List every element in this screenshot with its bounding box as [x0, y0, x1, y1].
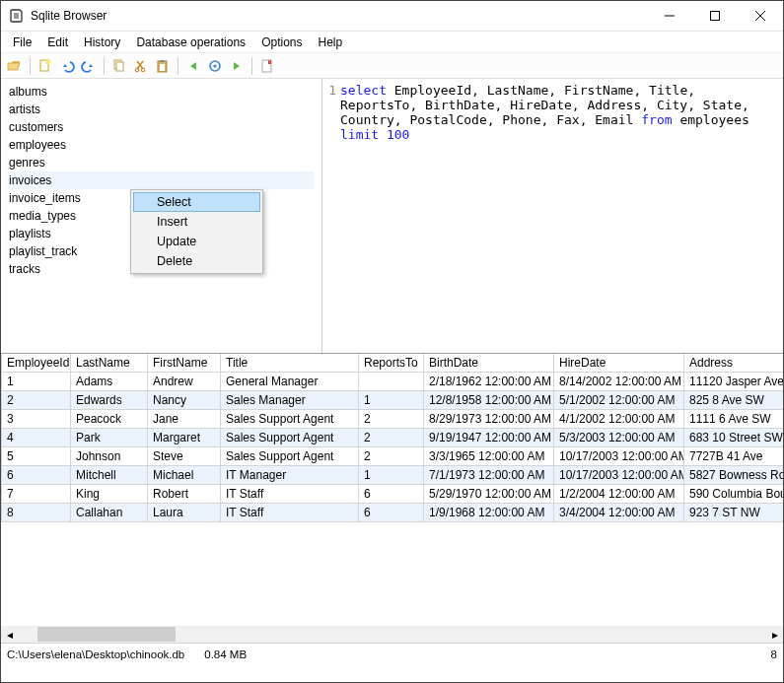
cell[interactable]: Andrew: [148, 373, 221, 391]
ctx-insert[interactable]: Insert: [133, 212, 260, 232]
cell[interactable]: 6: [359, 485, 424, 504]
cell[interactable]: 6: [2, 466, 71, 485]
cell[interactable]: 5/1/2002 12:00:00 AM: [554, 391, 684, 410]
cell[interactable]: 5827 Bowness Road NW: [684, 466, 784, 485]
cell[interactable]: 923 7 ST NW: [684, 504, 784, 522]
cell[interactable]: 2: [2, 391, 71, 410]
cell[interactable]: 8/14/2002 12:00:00 AM: [554, 373, 684, 391]
cell[interactable]: 1: [2, 373, 71, 391]
cell[interactable]: 1/9/1968 12:00:00 AM: [424, 504, 554, 522]
run-icon[interactable]: [205, 56, 225, 76]
cell[interactable]: 2: [359, 429, 424, 447]
cell[interactable]: 10/17/2003 12:00:00 AM: [554, 466, 684, 485]
cell[interactable]: Steve: [148, 447, 221, 466]
cell[interactable]: 4: [2, 429, 71, 447]
sidebar-item-invoices[interactable]: invoices: [9, 171, 314, 189]
maximize-button[interactable]: [692, 1, 738, 31]
cell[interactable]: Peacock: [71, 410, 148, 429]
table-row[interactable]: 8CallahanLauraIT Staff61/9/1968 12:00:00…: [2, 504, 784, 522]
minimize-button[interactable]: [647, 1, 692, 31]
cell[interactable]: Sales Support Agent: [221, 447, 359, 466]
redo-icon[interactable]: [79, 56, 99, 76]
menu-history[interactable]: History: [76, 34, 128, 51]
cell[interactable]: 1111 6 Ave SW: [684, 410, 784, 429]
col-reportsto[interactable]: ReportsTo: [359, 354, 424, 373]
cell[interactable]: 10/17/2003 12:00:00 AM: [554, 447, 684, 466]
cell[interactable]: 1/2/2004 12:00:00 AM: [554, 485, 684, 504]
col-hiredate[interactable]: HireDate: [554, 354, 684, 373]
sidebar-item-genres[interactable]: genres: [9, 154, 314, 171]
sidebar-item-customers[interactable]: customers: [9, 118, 314, 136]
cell[interactable]: 3/3/1965 12:00:00 AM: [424, 447, 554, 466]
cell[interactable]: IT Staff: [221, 504, 359, 522]
cell[interactable]: Sales Manager: [221, 391, 359, 410]
context-menu[interactable]: Select Insert Update Delete: [130, 189, 263, 274]
col-title[interactable]: Title: [221, 354, 359, 373]
cell[interactable]: 11120 Jasper Ave NW: [684, 373, 784, 391]
menu-options[interactable]: Options: [253, 34, 310, 51]
cell[interactable]: 5/3/2003 12:00:00 AM: [554, 429, 684, 447]
cell[interactable]: 3: [2, 410, 71, 429]
close-button[interactable]: [738, 1, 783, 31]
table-row[interactable]: 5JohnsonSteveSales Support Agent23/3/196…: [2, 447, 784, 466]
cell[interactable]: 4/1/2002 12:00:00 AM: [554, 410, 684, 429]
sidebar-item-albums[interactable]: albums: [9, 83, 314, 101]
cell[interactable]: Jane: [148, 410, 221, 429]
cell[interactable]: Michael: [148, 466, 221, 485]
table-row[interactable]: 6MitchellMichaelIT Manager17/1/1973 12:0…: [2, 466, 784, 485]
col-firstname[interactable]: FirstName: [148, 354, 221, 373]
open-icon[interactable]: [5, 56, 25, 76]
header-row[interactable]: EmployeeId LastName FirstName Title Repo…: [2, 354, 784, 373]
menu-database-operations[interactable]: Database operations: [128, 34, 253, 51]
col-address[interactable]: Address: [684, 354, 784, 373]
cell[interactable]: 683 10 Street SW: [684, 429, 784, 447]
menu-help[interactable]: Help: [310, 34, 350, 51]
menu-edit[interactable]: Edit: [39, 34, 76, 51]
table-row[interactable]: 7KingRobertIT Staff65/29/1970 12:00:00 A…: [2, 485, 784, 504]
cell[interactable]: [359, 373, 424, 391]
cell[interactable]: Laura: [148, 504, 221, 522]
cell[interactable]: Nancy: [148, 391, 221, 410]
cell[interactable]: 7/1/1973 12:00:00 AM: [424, 466, 554, 485]
menu-file[interactable]: File: [5, 34, 39, 51]
horizontal-scrollbar[interactable]: ◂ ▸: [1, 626, 783, 643]
ctx-delete[interactable]: Delete: [133, 251, 260, 271]
cell[interactable]: Johnson: [71, 447, 148, 466]
cell[interactable]: 2: [359, 410, 424, 429]
cell[interactable]: General Manager: [221, 373, 359, 391]
cell[interactable]: 12/8/1958 12:00:00 AM: [424, 391, 554, 410]
cell[interactable]: 2/18/1962 12:00:00 AM: [424, 373, 554, 391]
table-row[interactable]: 2EdwardsNancySales Manager112/8/1958 12:…: [2, 391, 784, 410]
results-grid[interactable]: EmployeeId LastName FirstName Title Repo…: [1, 354, 783, 626]
cell[interactable]: 3/4/2004 12:00:00 AM: [554, 504, 684, 522]
cell[interactable]: King: [71, 485, 148, 504]
cell[interactable]: 1: [359, 391, 424, 410]
scroll-right-icon[interactable]: ▸: [766, 626, 783, 643]
cell[interactable]: 590 Columbia Boulevard W: [684, 485, 784, 504]
cell[interactable]: Edwards: [71, 391, 148, 410]
cell[interactable]: Sales Support Agent: [221, 410, 359, 429]
cell[interactable]: 6: [359, 504, 424, 522]
cell[interactable]: 5/29/1970 12:00:00 AM: [424, 485, 554, 504]
sidebar-item-employees[interactable]: employees: [9, 136, 314, 154]
scroll-thumb[interactable]: [37, 627, 176, 642]
copy-icon[interactable]: [109, 56, 129, 76]
cell[interactable]: 825 8 Ave SW: [684, 391, 784, 410]
cell[interactable]: 7: [2, 485, 71, 504]
sql-code[interactable]: select EmployeeId, LastName, FirstName, …: [340, 81, 783, 353]
cell[interactable]: Robert: [148, 485, 221, 504]
sql-editor[interactable]: 1 select EmployeeId, LastName, FirstName…: [322, 79, 783, 353]
table-row[interactable]: 1AdamsAndrewGeneral Manager2/18/1962 12:…: [2, 373, 784, 391]
cell[interactable]: Park: [71, 429, 148, 447]
cell[interactable]: 2: [359, 447, 424, 466]
cell[interactable]: 9/19/1947 12:00:00 AM: [424, 429, 554, 447]
paste-icon[interactable]: [153, 56, 173, 76]
scroll-left-icon[interactable]: ◂: [1, 626, 18, 643]
col-employeeid[interactable]: EmployeeId: [2, 354, 71, 373]
cell[interactable]: Sales Support Agent: [221, 429, 359, 447]
sidebar-item-artists[interactable]: artists: [9, 101, 314, 118]
cell[interactable]: 1: [359, 466, 424, 485]
cell[interactable]: 8/29/1973 12:00:00 AM: [424, 410, 554, 429]
prev-icon[interactable]: [183, 56, 203, 76]
cell[interactable]: 5: [2, 447, 71, 466]
